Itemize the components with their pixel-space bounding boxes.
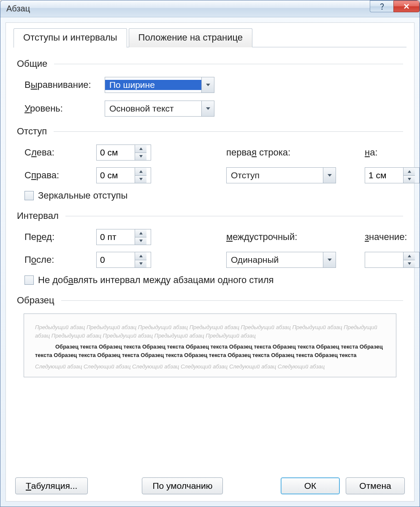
tab-strip: Отступы и интервалы Положение на страниц… [14,29,406,47]
space-after-input[interactable] [97,252,135,267]
indent-right-input[interactable] [97,168,135,183]
spin-up-icon[interactable] [135,229,146,237]
svg-marker-1 [206,84,210,86]
svg-marker-7 [328,174,332,177]
checkbox-box [24,191,34,200]
line-spacing-combo[interactable]: Одинарный [226,252,336,268]
indent-left-label: Слева: [24,147,96,158]
level-combo[interactable]: Основной текст [105,101,214,117]
alignment-label: Выравнивание: [24,79,105,90]
indent-left-input[interactable] [97,145,135,160]
group-indent: Отступ Слева: первая строка: на: [17,126,403,201]
spin-down-icon[interactable] [404,176,415,183]
default-button[interactable]: По умолчанию [142,477,223,494]
titlebar: Абзац [0,0,420,17]
firstline-by-spin[interactable] [365,167,420,183]
preview-current: Образец текста Образец текста Образец те… [35,343,385,360]
svg-marker-12 [139,255,143,257]
cancel-button[interactable]: Отмена [346,477,405,494]
spin-down-icon[interactable] [135,260,146,268]
level-label: Уровень: [24,103,105,114]
firstline-by-label: на: [365,147,420,158]
svg-marker-15 [408,255,411,257]
spin-down-icon[interactable] [135,176,146,183]
line-spacing-label: междустрочный: [226,232,298,243]
preview-prev: Предыдущий абзац Предыдущий абзац Предыд… [35,323,385,340]
line-at-input[interactable] [365,252,403,267]
group-preview: Образец Предыдущий абзац Предыдущий абза… [17,295,403,377]
checkbox-box [24,275,34,285]
titlebar-buttons [370,0,420,17]
svg-marker-4 [139,155,143,158]
spin-up-icon[interactable] [404,168,415,176]
preview-next: Следующий абзац Следующий абзац Следующи… [35,363,385,371]
close-button[interactable] [393,0,420,12]
indent-left-spin[interactable] [96,144,151,161]
space-before-spin[interactable] [96,229,151,245]
svg-marker-6 [139,178,143,180]
svg-marker-5 [139,170,143,173]
line-at-label: значение: [365,232,420,243]
chevron-down-icon[interactable] [201,101,214,116]
svg-marker-14 [328,259,332,261]
spin-up-icon[interactable] [404,252,415,260]
indent-right-label: Справа: [24,170,96,181]
svg-marker-3 [139,147,143,150]
space-before-input[interactable] [97,229,135,245]
dialog-title: Абзац [6,4,30,14]
ok-button[interactable]: ОК [281,477,340,494]
group-spacing: Интервал Перед: междустрочный: значение: [17,210,403,286]
svg-marker-10 [139,232,143,234]
svg-point-0 [381,8,382,10]
dialog-body: Отступы и интервалы Положение на страниц… [5,22,415,502]
group-general-header: Общие [17,58,403,69]
svg-marker-11 [139,240,143,242]
help-button[interactable] [370,0,393,12]
indent-right-spin[interactable] [96,167,151,183]
chevron-down-icon[interactable] [323,252,336,267]
spin-up-icon[interactable] [135,145,146,153]
spin-up-icon[interactable] [135,168,146,176]
alignment-combo[interactable]: По ширине [105,77,214,93]
line-at-spin[interactable] [365,252,420,268]
space-after-spin[interactable] [96,252,151,268]
spin-down-icon[interactable] [404,260,415,268]
chevron-down-icon[interactable] [201,77,214,93]
tab-indents-spacing[interactable]: Отступы и интервалы [14,28,127,48]
svg-marker-16 [408,262,411,265]
svg-marker-2 [206,107,210,110]
firstline-by-input[interactable] [365,168,403,183]
group-preview-header: Образец [17,295,403,306]
group-indent-header: Отступ [17,126,403,137]
mirror-indents-checkbox[interactable]: Зеркальные отступы [17,190,403,201]
spin-up-icon[interactable] [135,252,146,260]
space-before-label: Перед: [24,232,96,243]
tab-page-position[interactable]: Положение на странице [129,28,252,47]
dialog-footer: Табуляция... По умолчанию ОК Отмена [14,472,406,496]
spin-down-icon[interactable] [135,153,146,161]
chevron-down-icon[interactable] [323,168,336,183]
svg-marker-13 [139,262,143,265]
help-icon [378,2,386,11]
no-add-space-checkbox[interactable]: Не добавлять интервал между абзацами одн… [17,275,403,286]
close-icon [402,2,411,11]
firstline-label: первая строка: [226,147,298,158]
tab-content: Общие Выравнивание: По ширине Уровень: О… [14,47,406,472]
space-after-label: После: [24,254,96,265]
tabs-button[interactable]: Табуляция... [15,477,88,494]
paragraph-dialog: Абзац Отступы и интервалы Положение на с… [0,0,420,507]
svg-marker-9 [408,178,411,180]
group-spacing-header: Интервал [17,210,403,221]
group-general: Общие Выравнивание: По ширине Уровень: О… [17,58,403,117]
spin-down-icon[interactable] [135,237,146,245]
firstline-combo[interactable]: Отступ [226,167,336,183]
preview-box: Предыдущий абзац Предыдущий абзац Предыд… [24,313,396,377]
svg-marker-8 [408,170,411,173]
